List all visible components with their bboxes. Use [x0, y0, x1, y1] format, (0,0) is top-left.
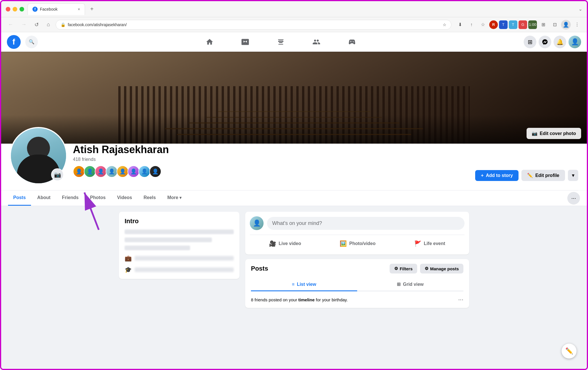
- friend-avatar-2[interactable]: 👤: [84, 165, 96, 178]
- intro-line-3: [125, 246, 190, 250]
- photo-video-label: Photo/video: [349, 241, 376, 246]
- birthday-text: 8 friends posted on your timeline for yo…: [251, 297, 348, 302]
- split-view-icon[interactable]: ⊡: [550, 20, 560, 30]
- reload-button[interactable]: ↺: [32, 20, 41, 29]
- more-options-button[interactable]: ▾: [568, 170, 578, 181]
- friend-avatar-4[interactable]: 👤: [106, 165, 118, 178]
- life-event-button[interactable]: 🚩 Life event: [409, 237, 451, 250]
- new-tab-button[interactable]: +: [87, 5, 96, 14]
- cover-photo: [1, 52, 587, 144]
- list-view-button[interactable]: ≡ List view: [251, 278, 357, 291]
- maximize-traffic-light[interactable]: [20, 7, 24, 11]
- tab-options-button[interactable]: ···: [567, 192, 580, 205]
- extension-icon-3[interactable]: T: [509, 20, 517, 29]
- browser-toolbar: ⬇ ↑ ☆ R T T G 1:00 ⊞ ⊡ 👤 ⋮: [455, 20, 582, 30]
- search-button[interactable]: 🔍: [25, 36, 38, 48]
- back-button[interactable]: ←: [6, 20, 16, 29]
- apps-menu-button[interactable]: ⊞: [524, 36, 536, 48]
- home-button[interactable]: ⌂: [45, 20, 52, 29]
- address-bar[interactable]: 🔒 facebook.com/atishrajasekharan/ ☆: [56, 20, 451, 30]
- intro-item-2: 🎓: [125, 266, 234, 273]
- posts-header-row: Posts ⚙ Filters ⚙ Manage posts: [251, 264, 463, 273]
- view-toggle: ≡ List view ⊞ Grid view: [251, 278, 463, 291]
- grid-view-button[interactable]: ⊞ Grid view: [357, 278, 463, 291]
- extension-icon-1[interactable]: R: [489, 20, 498, 29]
- user-profile-button[interactable]: 👤: [568, 36, 581, 48]
- nav-store-icon[interactable]: [264, 34, 298, 49]
- tab-close-button[interactable]: ×: [78, 7, 80, 11]
- profile-page: 📷 Edit cover photo: [1, 52, 587, 369]
- browser-tab-facebook[interactable]: f Facebook ×: [28, 3, 85, 15]
- forward-button[interactable]: →: [19, 20, 29, 29]
- more-label: More: [167, 195, 178, 200]
- photo-video-icon: 🖼️: [340, 240, 347, 247]
- facebook-logo[interactable]: f: [7, 35, 21, 49]
- edit-profile-label: Edit profile: [535, 173, 559, 178]
- add-to-story-button[interactable]: + Add to story: [475, 170, 519, 181]
- nav-home-icon[interactable]: [192, 34, 227, 49]
- live-video-label: Live video: [278, 241, 301, 246]
- friend-avatar-1[interactable]: 👤: [73, 165, 85, 178]
- composer-top: 👤 What's on your mind?: [250, 216, 465, 230]
- messenger-button[interactable]: [539, 36, 551, 48]
- briefcase-icon: 💼: [125, 255, 132, 262]
- filters-button[interactable]: ⚙ Filters: [390, 264, 417, 273]
- profile-name: Atish Rajasekharan: [73, 144, 469, 156]
- grid-icon: ⊞: [397, 282, 401, 287]
- share-icon[interactable]: ↑: [466, 20, 477, 30]
- extension-icon-4[interactable]: G: [519, 20, 527, 29]
- friend-avatar-7[interactable]: 👤: [138, 165, 150, 178]
- whats-on-your-mind-input[interactable]: What's on your mind?: [267, 217, 465, 230]
- tab-videos[interactable]: Videos: [112, 190, 137, 206]
- extension-icon-2[interactable]: T: [499, 20, 508, 29]
- tab-about[interactable]: About: [32, 190, 56, 206]
- filters-label: Filters: [400, 266, 413, 271]
- intro-work-text: [135, 256, 234, 261]
- life-event-label: Life event: [424, 241, 445, 246]
- birthday-more-button[interactable]: ···: [458, 296, 463, 303]
- photo-video-button[interactable]: 🖼️ Photo/video: [334, 237, 381, 250]
- tab-bar: f Facebook × +: [28, 3, 575, 15]
- star-icon[interactable]: ☆: [443, 22, 446, 27]
- friends-count: 418 friends: [73, 157, 469, 162]
- edit-profile-button[interactable]: ✏️ Edit profile: [521, 170, 565, 181]
- friend-avatar-3[interactable]: 👤: [95, 165, 107, 178]
- floating-action-button[interactable]: ✏️: [562, 344, 577, 359]
- profile-content: Intro 💼 🎓: [110, 206, 478, 314]
- extension-icon-5[interactable]: 1:00: [528, 20, 537, 29]
- bookmark-icon[interactable]: ☆: [478, 20, 488, 30]
- live-video-button[interactable]: 🎥 Live video: [263, 237, 307, 250]
- tab-friends[interactable]: Friends: [57, 190, 84, 206]
- nav-groups-icon[interactable]: [299, 34, 334, 49]
- notifications-button[interactable]: 🔔: [554, 36, 566, 48]
- friend-avatar-6[interactable]: 👤: [127, 165, 140, 178]
- manage-posts-button[interactable]: ⚙ Manage posts: [420, 264, 463, 273]
- extensions-icon[interactable]: ⊞: [538, 20, 548, 30]
- browser-menu-icon[interactable]: ⋮: [572, 20, 582, 30]
- tab-more[interactable]: More ▾: [162, 190, 187, 206]
- manage-icon: ⚙: [425, 266, 428, 271]
- nav-video-icon[interactable]: [228, 34, 262, 49]
- browser-window: f Facebook × + ⌄ ← → ↺ ⌂ 🔒 facebook.com/…: [0, 0, 588, 370]
- composer-avatar: 👤: [250, 216, 264, 230]
- download-icon[interactable]: ⬇: [455, 20, 465, 30]
- tab-photos[interactable]: Photos: [85, 190, 111, 206]
- tab-reels[interactable]: Reels: [138, 190, 161, 206]
- nav-gaming-icon[interactable]: [335, 34, 369, 49]
- friend-avatar-8[interactable]: 👤: [149, 165, 161, 178]
- birthday-end-text: for your birthday.: [316, 297, 348, 302]
- edit-cover-photo-button[interactable]: 📷 Edit cover photo: [527, 128, 581, 139]
- browser-user-avatar[interactable]: 👤: [561, 20, 571, 30]
- pencil-icon: ✏️: [527, 173, 533, 178]
- browser-addressbar: ← → ↺ ⌂ 🔒 facebook.com/atishrajasekharan…: [1, 17, 587, 32]
- minimize-traffic-light[interactable]: [13, 7, 17, 11]
- friend-avatar-5[interactable]: 👤: [117, 165, 129, 178]
- search-icon: 🔍: [29, 39, 34, 45]
- change-avatar-button[interactable]: 📷: [51, 168, 64, 181]
- close-traffic-light[interactable]: [6, 7, 10, 11]
- posts-title: Posts: [251, 265, 268, 272]
- more-chevron-icon: ▾: [179, 195, 181, 200]
- tab-posts[interactable]: Posts: [8, 190, 31, 206]
- intro-school-text: [135, 267, 234, 272]
- window-controls[interactable]: ⌄: [579, 6, 582, 12]
